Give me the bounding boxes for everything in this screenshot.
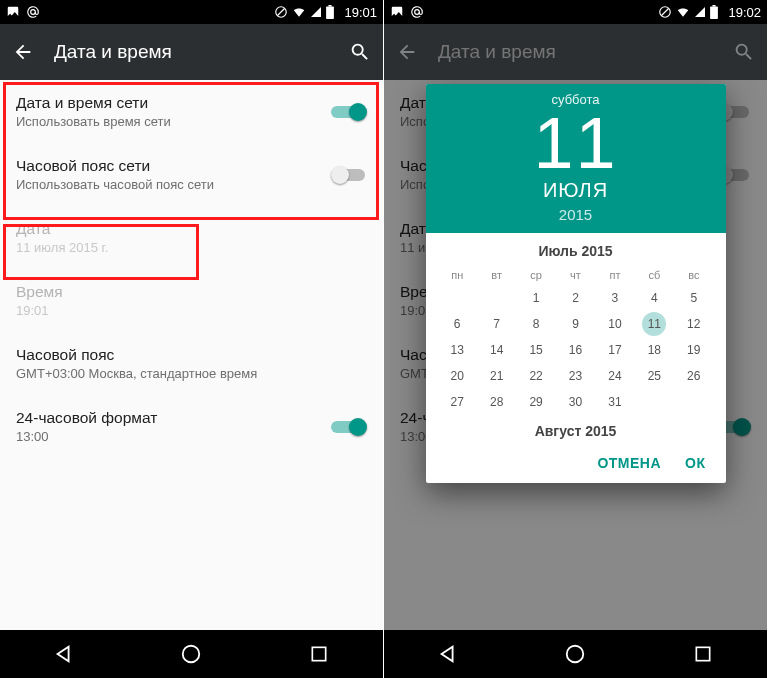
svg-rect-4 bbox=[329, 5, 332, 7]
calendar-day[interactable]: 12 bbox=[674, 311, 713, 337]
calendar-day[interactable]: 22 bbox=[516, 363, 555, 389]
nav-recent-icon[interactable] bbox=[305, 640, 333, 668]
row-auto-date[interactable]: Дата и время сети Использовать время сет… bbox=[0, 80, 383, 143]
page-title: Дата и время bbox=[54, 41, 172, 63]
svg-line-2 bbox=[278, 9, 285, 16]
calendar-day[interactable]: 19 bbox=[674, 337, 713, 363]
calendar-day[interactable]: 16 bbox=[556, 337, 595, 363]
calendar-day[interactable]: 18 bbox=[635, 337, 674, 363]
calendar-day bbox=[438, 285, 477, 311]
calendar-weekday-head: пт bbox=[595, 265, 634, 285]
row-auto-tz[interactable]: Часовой пояс сети Использовать часовой п… bbox=[0, 143, 383, 206]
dialog-actions: ОТМЕНА ОК bbox=[426, 445, 726, 483]
svg-point-7 bbox=[415, 10, 420, 15]
calendar-day[interactable]: 11 bbox=[635, 311, 674, 337]
nav-bar bbox=[384, 630, 767, 678]
svg-rect-6 bbox=[312, 647, 325, 660]
header-day[interactable]: 11 bbox=[426, 107, 726, 179]
image-icon bbox=[6, 5, 20, 19]
image-icon bbox=[390, 5, 404, 19]
nav-home-icon[interactable] bbox=[561, 640, 589, 668]
calendar-day[interactable]: 20 bbox=[438, 363, 477, 389]
calendar-next-month-title: Август 2015 bbox=[426, 419, 726, 445]
calendar-weekday-head: чт bbox=[556, 265, 595, 285]
calendar-day[interactable]: 1 bbox=[516, 285, 555, 311]
settings-list: Дата и время сети Использовать время сет… bbox=[0, 80, 383, 630]
nav-back-icon[interactable] bbox=[434, 640, 462, 668]
calendar-day[interactable]: 6 bbox=[438, 311, 477, 337]
signal-icon bbox=[694, 6, 706, 18]
svg-point-12 bbox=[567, 646, 584, 663]
calendar-day[interactable]: 9 bbox=[556, 311, 595, 337]
calendar-day[interactable]: 10 bbox=[595, 311, 634, 337]
calendar-day[interactable]: 4 bbox=[635, 285, 674, 311]
calendar-day[interactable]: 23 bbox=[556, 363, 595, 389]
no-sim-icon bbox=[274, 5, 288, 19]
calendar-month-title: Июль 2015 bbox=[426, 233, 726, 265]
page-title: Дата и время bbox=[438, 41, 556, 63]
switch-auto-tz[interactable] bbox=[331, 165, 367, 185]
calendar-day[interactable]: 17 bbox=[595, 337, 634, 363]
calendar-day[interactable]: 8 bbox=[516, 311, 555, 337]
battery-icon bbox=[326, 5, 334, 19]
calendar-day[interactable]: 31 bbox=[595, 389, 634, 415]
row-subtitle: 13:00 bbox=[16, 429, 331, 444]
calendar-day[interactable]: 26 bbox=[674, 363, 713, 389]
wifi-icon bbox=[676, 5, 690, 19]
header-month: ИЮЛЯ bbox=[426, 179, 726, 202]
calendar-day bbox=[477, 285, 516, 311]
nav-bar bbox=[0, 630, 383, 678]
calendar-weekday-head: сб bbox=[635, 265, 674, 285]
calendar-day[interactable]: 2 bbox=[556, 285, 595, 311]
status-bar: 19:02 bbox=[384, 0, 767, 24]
calendar-day[interactable]: 5 bbox=[674, 285, 713, 311]
calendar-weekday-head: ср bbox=[516, 265, 555, 285]
calendar-day[interactable]: 25 bbox=[635, 363, 674, 389]
calendar-day[interactable]: 27 bbox=[438, 389, 477, 415]
row-subtitle: Использовать время сети bbox=[16, 114, 331, 129]
svg-rect-10 bbox=[711, 7, 719, 19]
nav-recent-icon[interactable] bbox=[689, 640, 717, 668]
phone-right: 19:02 Дата и время Дата и время сети Исп… bbox=[384, 0, 768, 678]
calendar-day[interactable]: 30 bbox=[556, 389, 595, 415]
calendar-day[interactable]: 14 bbox=[477, 337, 516, 363]
phone-left: 19:01 Дата и время Дата и время сети Исп… bbox=[0, 0, 384, 678]
calendar-day[interactable]: 7 bbox=[477, 311, 516, 337]
date-picker-dialog: суббота 11 ИЮЛЯ 2015 Июль 2015 пнвтсрчтп… bbox=[426, 84, 726, 483]
calendar-day[interactable]: 24 bbox=[595, 363, 634, 389]
switch-auto-date[interactable] bbox=[331, 102, 367, 122]
at-icon bbox=[410, 5, 424, 19]
calendar-day[interactable]: 3 bbox=[595, 285, 634, 311]
row-title: Часовой пояс bbox=[16, 346, 367, 364]
back-icon[interactable] bbox=[12, 41, 34, 63]
app-bar: Дата и время bbox=[0, 24, 383, 80]
calendar-day bbox=[635, 389, 674, 415]
calendar-weekday-head: пн bbox=[438, 265, 477, 285]
row-timezone[interactable]: Часовой пояс GMT+03:00 Москва, стандартн… bbox=[0, 332, 383, 395]
nav-back-icon[interactable] bbox=[50, 640, 78, 668]
row-24h[interactable]: 24-часовой формат 13:00 bbox=[0, 395, 383, 458]
calendar-day[interactable]: 13 bbox=[438, 337, 477, 363]
battery-icon bbox=[710, 5, 718, 19]
calendar-day[interactable]: 29 bbox=[516, 389, 555, 415]
nav-home-icon[interactable] bbox=[177, 640, 205, 668]
svg-rect-13 bbox=[696, 647, 709, 660]
calendar-day bbox=[674, 389, 713, 415]
search-icon[interactable] bbox=[349, 41, 371, 63]
svg-rect-11 bbox=[713, 5, 716, 7]
calendar-grid: пнвтсрчтптсбвс12345678910111213141516171… bbox=[426, 265, 726, 419]
search-icon bbox=[733, 41, 755, 63]
ok-button[interactable]: ОК bbox=[685, 455, 705, 471]
row-title: Время bbox=[16, 283, 367, 301]
calendar-day[interactable]: 28 bbox=[477, 389, 516, 415]
status-clock: 19:01 bbox=[344, 5, 377, 20]
cancel-button[interactable]: ОТМЕНА bbox=[597, 455, 661, 471]
svg-line-9 bbox=[662, 9, 669, 16]
calendar-day[interactable]: 15 bbox=[516, 337, 555, 363]
header-year[interactable]: 2015 bbox=[426, 206, 726, 223]
status-bar: 19:01 bbox=[0, 0, 383, 24]
at-icon bbox=[26, 5, 40, 19]
calendar-day[interactable]: 21 bbox=[477, 363, 516, 389]
row-title: Дата и время сети bbox=[16, 94, 331, 112]
switch-24h[interactable] bbox=[331, 417, 367, 437]
